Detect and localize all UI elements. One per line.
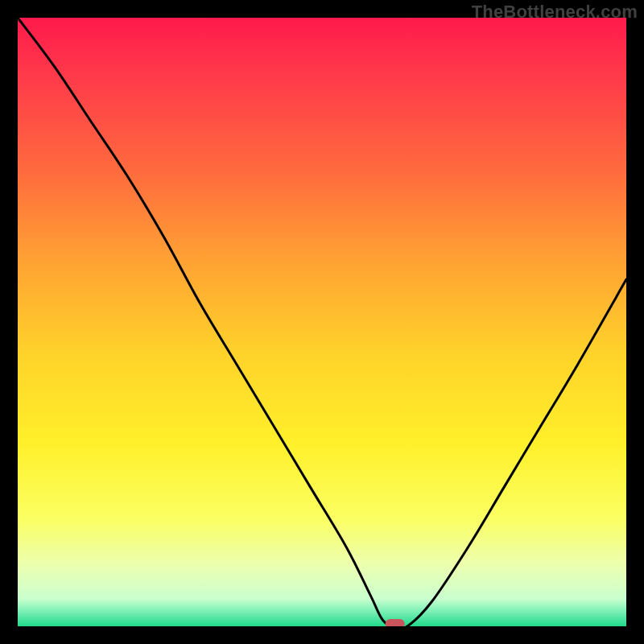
bottleneck-chart <box>18 18 626 626</box>
chart-background <box>18 18 626 626</box>
watermark-text: TheBottleneck.com <box>472 2 638 23</box>
optimal-point-marker <box>386 619 405 626</box>
